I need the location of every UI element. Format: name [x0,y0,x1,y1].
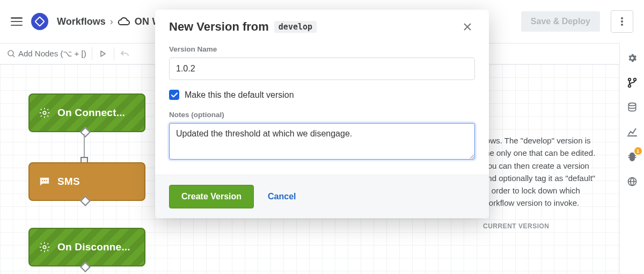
default-version-checkbox[interactable] [169,90,179,100]
version-name-input[interactable] [169,57,475,80]
create-version-modal: New Version from develop Version Name Ma… [155,10,489,218]
default-version-label: Make this the default version [185,90,294,100]
notes-textarea[interactable] [169,123,475,160]
create-version-button[interactable]: Create Version [169,185,254,208]
close-icon[interactable] [460,19,475,34]
cancel-button[interactable]: Cancel [268,192,296,201]
modal-title: New Version from [169,20,269,34]
source-version-badge: develop [274,21,317,33]
notes-label: Notes (optional) [169,111,475,119]
version-name-label: Version Name [169,45,475,53]
